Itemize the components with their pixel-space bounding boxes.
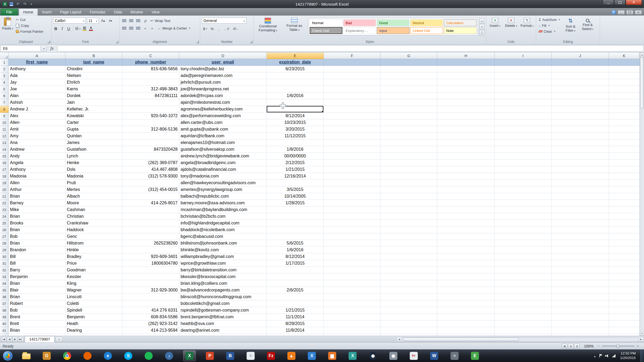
cell-C4[interactable] xyxy=(122,79,179,86)
cell-K34[interactable] xyxy=(609,280,640,287)
cell-J42[interactable] xyxy=(552,334,609,336)
cell-J15[interactable] xyxy=(552,153,609,160)
cell-F7[interactable] xyxy=(324,99,380,106)
cell-E15[interactable]: 00/00/0000 xyxy=(267,153,324,160)
cell-F19[interactable] xyxy=(324,180,380,186)
cell-F40[interactable] xyxy=(324,320,380,327)
cell-A27[interactable]: Bob xyxy=(9,233,65,240)
cell-E33[interactable] xyxy=(267,274,324,280)
cell-J34[interactable] xyxy=(552,280,609,287)
next-sheet-button[interactable]: ▶ xyxy=(12,337,18,342)
cell-H36[interactable] xyxy=(437,294,495,300)
align-bottom-button[interactable] xyxy=(135,18,141,24)
cell-B6[interactable]: Dordek xyxy=(65,93,122,99)
cell-D21[interactable]: balbach@republicbc.com xyxy=(179,193,267,200)
decrease-decimal-button[interactable]: .00→ xyxy=(231,26,240,31)
cell-D42[interactable] xyxy=(179,334,267,336)
cell-D8[interactable]: agromnes@kelleherbuckley.com xyxy=(179,106,267,113)
row-header-15[interactable]: 15 xyxy=(0,153,9,160)
cell-A34[interactable]: Brian xyxy=(9,280,65,287)
cell-K26[interactable] xyxy=(609,227,640,233)
cell-B30[interactable]: Bradley xyxy=(65,253,122,260)
cell-B9[interactable]: Kowalski xyxy=(65,113,122,119)
cell-H5[interactable] xyxy=(437,86,495,93)
cell-G5[interactable] xyxy=(380,86,437,93)
cell-I7[interactable] xyxy=(495,99,552,106)
ribbon-tab-home[interactable]: Home xyxy=(19,9,38,16)
cell-E12[interactable]: 11/12/2015 xyxy=(267,133,324,139)
cell-I37[interactable] xyxy=(495,300,552,307)
cell-B33[interactable]: Kessler xyxy=(65,274,122,280)
customize-quick-access[interactable] xyxy=(29,2,34,6)
row-header-35[interactable]: 35 xyxy=(0,287,9,294)
cell-K32[interactable] xyxy=(609,267,640,274)
cell-C34[interactable] xyxy=(122,280,179,287)
cell-J30[interactable] xyxy=(552,253,609,260)
cell-K16[interactable] xyxy=(609,160,640,166)
cell-E7[interactable] xyxy=(267,99,324,106)
align-center-button[interactable] xyxy=(128,25,134,31)
ribbon-tab-formulas[interactable]: Formulas xyxy=(86,9,110,16)
cell-H1[interactable] xyxy=(437,59,495,66)
cell-style-check-cell[interactable]: Check Cell xyxy=(310,27,342,34)
cell-I6[interactable] xyxy=(495,93,552,99)
cell-A16[interactable]: Angela xyxy=(9,160,65,166)
cell-G38[interactable] xyxy=(380,307,437,314)
cell-J24[interactable] xyxy=(552,213,609,220)
cell-I18[interactable] xyxy=(495,173,552,180)
cell-G40[interactable] xyxy=(380,320,437,327)
cell-F15[interactable] xyxy=(324,153,380,160)
cell-I22[interactable] xyxy=(495,200,552,206)
taskbar-powerpoint[interactable]: P xyxy=(204,350,216,361)
cell-E29[interactable]: 1/6/2016 xyxy=(267,247,324,253)
cell-B41[interactable]: Dearing xyxy=(65,327,122,334)
shrink-font-button[interactable] xyxy=(107,18,114,24)
cell-C37[interactable] xyxy=(122,300,179,307)
cell-D9[interactable]: alex@performancewelding.com xyxy=(179,113,267,119)
row-header-33[interactable]: 33 xyxy=(0,274,9,280)
taskbar-chrome[interactable] xyxy=(61,350,73,361)
cell-H28[interactable] xyxy=(437,240,495,247)
cell-K27[interactable] xyxy=(609,233,640,240)
cell-H20[interactable] xyxy=(437,186,495,193)
cell-H29[interactable] xyxy=(437,247,495,253)
close-button[interactable] xyxy=(626,0,642,5)
first-sheet-button[interactable]: |◀ xyxy=(1,337,6,342)
cell-G29[interactable] xyxy=(380,247,437,253)
cell-K21[interactable] xyxy=(609,193,640,200)
cell-H35[interactable] xyxy=(437,287,495,294)
cell-A19[interactable]: Allen xyxy=(9,180,65,186)
row-header-30[interactable]: 30 xyxy=(0,253,9,260)
ribbon-tab-insert[interactable]: Insert xyxy=(38,9,56,16)
cell-F25[interactable] xyxy=(324,220,380,227)
cell-D27[interactable]: bgenc@abacusid.com xyxy=(179,233,267,240)
cell-E4[interactable] xyxy=(267,79,324,86)
cell-E28[interactable]: 5/6/2015 xyxy=(267,240,324,247)
cell-C33[interactable] xyxy=(122,274,179,280)
cell-C23[interactable] xyxy=(122,206,179,213)
cell-K10[interactable] xyxy=(609,119,640,126)
cell-I21[interactable] xyxy=(495,193,552,200)
cell-H15[interactable] xyxy=(437,153,495,160)
cell-E36[interactable] xyxy=(267,294,324,300)
column-header-K[interactable]: K xyxy=(609,53,640,59)
row-header-38[interactable]: 38 xyxy=(0,307,9,314)
cell-K15[interactable] xyxy=(609,153,640,160)
cell-B16[interactable]: Henke xyxy=(65,160,122,166)
cell-A23[interactable]: Mike xyxy=(9,206,65,213)
font-bold-button[interactable]: B xyxy=(53,25,58,31)
cell-H30[interactable] xyxy=(437,253,495,260)
cell-C22[interactable]: 414-226-8017 xyxy=(122,200,179,206)
cell-G4[interactable] xyxy=(380,79,437,86)
cell-K14[interactable] xyxy=(609,146,640,153)
cell-C36[interactable] xyxy=(122,294,179,300)
format-cells-button[interactable]: Format xyxy=(520,17,534,28)
prev-sheet-button[interactable]: ◀ xyxy=(7,337,12,342)
cell-H3[interactable] xyxy=(437,72,495,79)
cell-K1[interactable] xyxy=(609,59,640,66)
row-header-24[interactable]: 24 xyxy=(0,213,9,220)
cell-G8[interactable] xyxy=(380,106,437,113)
row-header-40[interactable]: 40 xyxy=(0,320,9,327)
cell-G35[interactable] xyxy=(380,287,437,294)
fill-color-button[interactable] xyxy=(82,26,87,31)
